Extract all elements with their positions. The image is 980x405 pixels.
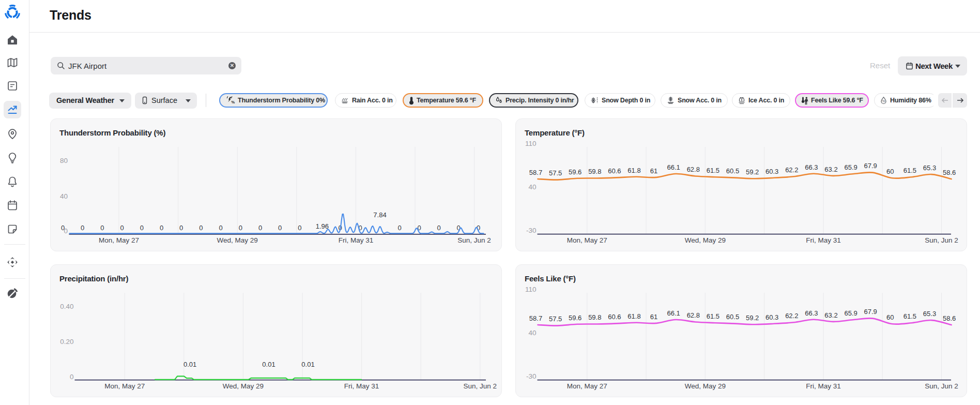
svg-text:Fri, May 31: Fri, May 31 — [806, 236, 841, 244]
svg-text:Fri, May 31: Fri, May 31 — [806, 382, 841, 390]
svg-text:7.84: 7.84 — [373, 211, 386, 219]
svg-text:60.5: 60.5 — [726, 313, 739, 321]
svg-text:58.6: 58.6 — [943, 169, 956, 176]
svg-text:60.3: 60.3 — [765, 313, 778, 321]
svg-text:Mon, May 27: Mon, May 27 — [104, 382, 145, 390]
svg-text:62.2: 62.2 — [785, 312, 798, 320]
svg-text:61: 61 — [650, 167, 657, 175]
svg-text:0: 0 — [179, 224, 183, 232]
svg-text:Fri, May 31: Fri, May 31 — [339, 236, 374, 244]
svg-text:0: 0 — [70, 373, 74, 381]
svg-text:0: 0 — [140, 224, 144, 232]
svg-text:61.5: 61.5 — [707, 167, 719, 174]
svg-text:61.5: 61.5 — [904, 312, 916, 320]
svg-text:59.8: 59.8 — [588, 313, 601, 321]
svg-text:59.2: 59.2 — [746, 314, 759, 322]
svg-text:0.40: 0.40 — [60, 303, 73, 310]
svg-text:Sun, Jun 2: Sun, Jun 2 — [464, 382, 497, 390]
svg-text:-30: -30 — [526, 227, 537, 234]
svg-text:60.6: 60.6 — [608, 313, 621, 321]
svg-text:Mon, May 27: Mon, May 27 — [567, 236, 607, 244]
svg-text:66.1: 66.1 — [667, 309, 680, 317]
svg-text:0.01: 0.01 — [183, 361, 196, 368]
svg-text:Wed, May 29: Wed, May 29 — [685, 236, 726, 244]
svg-text:59.6: 59.6 — [569, 314, 581, 322]
svg-text:60.5: 60.5 — [726, 167, 739, 175]
svg-text:40: 40 — [528, 183, 536, 191]
svg-text:0: 0 — [61, 224, 65, 232]
svg-text:61.5: 61.5 — [904, 167, 916, 174]
svg-text:58.7: 58.7 — [529, 169, 542, 176]
svg-text:-30: -30 — [526, 372, 537, 380]
svg-text:1.96: 1.96 — [316, 222, 329, 230]
svg-text:Fri, May 31: Fri, May 31 — [344, 382, 379, 390]
svg-text:110: 110 — [525, 140, 537, 147]
svg-text:65.3: 65.3 — [923, 310, 936, 318]
svg-text:58.6: 58.6 — [943, 314, 956, 322]
svg-text:Sun, Jun 2: Sun, Jun 2 — [925, 236, 958, 244]
svg-text:0.01: 0.01 — [301, 361, 314, 368]
svg-text:60.3: 60.3 — [765, 168, 778, 175]
svg-text:40: 40 — [528, 329, 536, 337]
svg-text:0.20: 0.20 — [60, 338, 73, 346]
svg-text:0: 0 — [160, 224, 163, 232]
svg-text:0.01: 0.01 — [262, 361, 275, 368]
svg-text:110: 110 — [525, 286, 537, 293]
svg-text:Wed, May 29: Wed, May 29 — [223, 382, 264, 390]
svg-text:0: 0 — [120, 224, 124, 232]
svg-text:63.2: 63.2 — [824, 311, 837, 319]
svg-text:0: 0 — [298, 224, 301, 232]
svg-text:0: 0 — [81, 224, 84, 232]
svg-text:0: 0 — [437, 224, 440, 232]
svg-text:Mon, May 27: Mon, May 27 — [567, 382, 607, 390]
svg-text:0: 0 — [100, 224, 104, 232]
svg-text:59.8: 59.8 — [588, 168, 601, 175]
svg-text:Wed, May 29: Wed, May 29 — [685, 382, 726, 390]
svg-text:0: 0 — [278, 224, 282, 232]
svg-text:Sun, Jun 2: Sun, Jun 2 — [457, 236, 491, 244]
svg-text:0: 0 — [199, 224, 203, 232]
svg-text:Wed, May 29: Wed, May 29 — [217, 236, 258, 244]
svg-text:0: 0 — [219, 224, 222, 232]
svg-text:67.9: 67.9 — [864, 308, 877, 316]
svg-text:66.3: 66.3 — [805, 309, 818, 317]
svg-text:60: 60 — [886, 313, 894, 321]
svg-text:59.2: 59.2 — [746, 168, 759, 176]
svg-text:62.8: 62.8 — [687, 166, 700, 173]
svg-text:67.9: 67.9 — [864, 162, 877, 170]
svg-text:58.7: 58.7 — [529, 314, 542, 322]
svg-text:61: 61 — [650, 313, 657, 321]
svg-text:0: 0 — [397, 224, 401, 232]
svg-text:60.6: 60.6 — [608, 167, 621, 175]
svg-text:61.8: 61.8 — [627, 167, 640, 174]
svg-text:65.3: 65.3 — [923, 164, 936, 172]
svg-text:0: 0 — [258, 224, 262, 232]
svg-text:61.5: 61.5 — [707, 312, 719, 320]
svg-text:Mon, May 27: Mon, May 27 — [99, 236, 139, 244]
svg-text:60: 60 — [886, 168, 894, 175]
svg-text:40: 40 — [60, 192, 68, 200]
svg-text:80: 80 — [60, 157, 68, 164]
svg-text:62.2: 62.2 — [785, 166, 798, 174]
svg-text:61.8: 61.8 — [627, 312, 640, 320]
svg-text:66.1: 66.1 — [667, 163, 680, 171]
svg-text:59.6: 59.6 — [569, 168, 581, 176]
svg-text:65.9: 65.9 — [844, 163, 857, 171]
svg-text:65.9: 65.9 — [844, 309, 857, 317]
svg-text:62.8: 62.8 — [687, 311, 700, 319]
svg-text:63.2: 63.2 — [824, 166, 837, 173]
svg-text:0: 0 — [239, 224, 242, 232]
svg-text:57.5: 57.5 — [549, 315, 562, 323]
svg-text:66.3: 66.3 — [805, 163, 818, 171]
svg-text:57.5: 57.5 — [549, 169, 562, 177]
svg-text:Sun, Jun 2: Sun, Jun 2 — [925, 382, 958, 390]
